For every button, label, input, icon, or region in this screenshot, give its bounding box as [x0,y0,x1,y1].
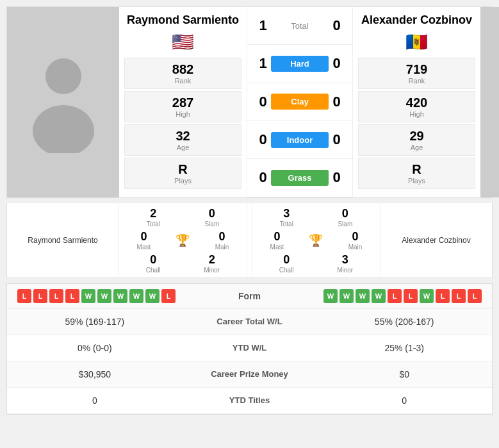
player2-name-footer: Alexander Cozbinov [402,236,470,245]
stat-right: $0 [327,369,482,379]
stat-val: 3 [280,207,293,220]
stat-lbl: Slam [338,220,352,228]
stat-value: 882 [130,62,236,77]
h2h-left: 0 [255,94,271,110]
form-badge: W [420,289,434,303]
stat-cell-mini: 0Main [215,230,229,251]
player2-flag: 🇲🇩 [405,31,428,53]
stat-value: 32 [130,129,236,144]
svg-point-1 [33,105,94,153]
two-col-row: 2Total0Slam [124,207,241,228]
name-stats-bar: Raymond Sarmiento2Total0Slam0Mast🏆0Main0… [6,203,493,278]
form-badge: L [65,289,79,303]
stat-value: 719 [364,62,470,77]
stat-val: 3 [337,253,353,267]
h2h-center: Grass [271,170,329,186]
stat-cell-mini: 2Minor [204,253,220,274]
form-badge: L [161,289,176,303]
player1-panel: Raymond Sarmiento🇺🇸882Rank287High32AgeRP… [119,7,247,197]
stat-cell: 719Rank [358,58,475,89]
stat-cell-mini: 0Slam [204,207,219,228]
stat-value: 420 [364,95,470,110]
form-badge: L [452,289,466,303]
stat-row: 59% (169-117)Career Total W/L55% (206-16… [7,309,492,335]
stat-label: Age [130,144,236,151]
stat-right: 55% (206-167) [327,317,482,327]
stat-row: 0% (0-0)YTD W/L25% (1-3) [7,335,492,361]
h2h-left: 0 [255,169,271,186]
two-col-row: 0Mast🏆0Main [258,230,375,251]
form-badge: W [339,289,354,303]
stat-label: Plays [130,177,236,185]
two-col-row: 3Total0Slam [258,207,375,228]
h2h-right: 0 [329,131,345,148]
h2h-left: 1 [255,55,271,72]
stat-lbl: Minor [204,267,220,274]
stat-center-label: Career Prize Money [172,369,327,379]
stat-cell-mini: 0Chall [146,253,161,274]
form-badge: W [356,289,370,303]
h2h-right: 0 [329,169,345,186]
stat-label: Plays [364,177,470,185]
h2h-right: 0 [329,94,345,110]
h2h-right: 0 [329,55,345,72]
stat-label: Rank [130,77,236,85]
stat-label: High [364,110,470,118]
form-badge: W [81,289,95,303]
stat-lbl: Total [280,220,293,228]
stat-left: 0% (0-0) [17,343,172,353]
player1-name-footer: Raymond Sarmiento [28,236,97,245]
player2-mini-stats: 3Total0Slam0Mast🏆0Main0Chall3Minor [252,203,380,278]
h2h-center: Hard [271,56,329,72]
stat-left: $30,950 [17,369,172,379]
stat-val: 0 [204,207,219,220]
h2h-panel: 1Total01Hard00Clay00Indoor00Grass0 [247,7,352,197]
svg-point-0 [45,58,81,94]
stat-cell-mini: 2Total [147,207,160,228]
stat-value: 29 [364,129,470,144]
player2-photo [480,7,499,197]
stat-lbl: Slam [204,220,219,228]
player1-name-area: Raymond Sarmiento [7,203,119,278]
stat-cell-mini: 3Minor [337,253,353,274]
form-badge: W [113,289,127,303]
h2h-center: Clay [271,94,329,110]
stat-val: 0 [279,253,294,267]
form-badge: W [145,289,160,303]
two-col-row: 0Chall2Minor [124,253,241,274]
stat-cell: 32Age [124,124,241,156]
stat-cell: RPlays [124,158,241,189]
h2h-row: 0Indoor0 [247,121,352,159]
player1-flag: 🇺🇸 [172,31,194,53]
stat-lbl: Mast [270,244,284,251]
h2h-row: 0Clay0 [247,83,352,121]
stat-row: $30,950Career Prize Money$0 [7,361,492,388]
stat-cell: 420High [358,91,475,122]
stat-right: 25% (1-3) [327,343,482,353]
top-section: Raymond Sarmiento🇺🇸882Rank287High32AgeRP… [6,6,493,198]
form-badge: L [33,289,47,303]
player1-photo [7,7,119,197]
stat-lbl: Chall [146,267,161,274]
stat-cell-mini: 0Main [348,230,363,251]
stat-row: 0YTD Titles0 [7,388,492,414]
stat-lbl: Minor [337,267,353,274]
player2-name-area: Alexander Cozbinov [380,203,492,278]
stat-cell-mini: 3Total [280,207,293,228]
stat-lbl: Chall [279,267,294,274]
player2-form-badges: WWWWLLWLLL [323,289,482,303]
h2h-center: Indoor [271,132,329,148]
h2h-row: 1Total0 [247,7,352,45]
form-badge: W [129,289,143,303]
form-badge: W [323,289,338,303]
stat-value: R [364,162,470,177]
stat-center-label: YTD W/L [172,343,327,353]
stat-center-label: YTD Titles [172,395,327,405]
form-badge: W [97,289,111,303]
stat-cell: 882Rank [124,58,241,89]
stat-label: Age [364,144,470,151]
two-col-row: 0Mast🏆0Main [124,230,241,251]
stat-val: 2 [204,253,220,267]
form-badge: W [372,289,386,303]
form-badge: L [404,289,418,303]
